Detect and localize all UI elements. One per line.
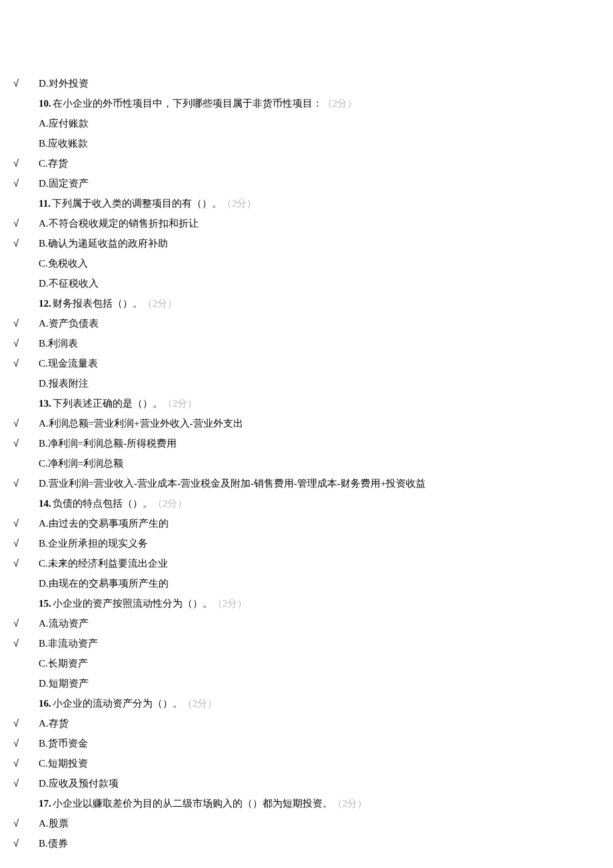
question-text: 小企业的流动资产分为（）。 (53, 698, 183, 709)
option-row: √B.确认为递延收益的政府补助 (13, 233, 600, 253)
line-content: D.由现在的交易事项所产生的 (32, 573, 600, 593)
option-text: 免税收入 (48, 258, 88, 269)
question-row: 10.在小企业的外币性项目中，下列哪些项目属于非货币性项目：（2分） (13, 93, 600, 113)
option-letter: C. (39, 558, 48, 569)
question-number: 13. (39, 398, 51, 409)
line-content: B.企业所承担的现实义务 (32, 533, 600, 553)
check-mark: √ (13, 413, 32, 433)
check-mark: √ (13, 833, 32, 853)
question-row: 11.下列属于收入类的调整项目的有（）。（2分） (13, 193, 600, 213)
check-mark: √ (13, 213, 32, 233)
line-content: D.对外投资 (32, 73, 600, 93)
question-text: 财务报表包括（）。 (53, 298, 143, 309)
option-text: 长期资产 (48, 658, 88, 669)
option-row: √A.不符合税收规定的销售折扣和折让 (13, 213, 600, 233)
option-row: √A.股票 (13, 813, 600, 833)
question-row: 14.负债的特点包括（）。（2分） (13, 493, 600, 513)
question-points: （2分） (213, 598, 248, 609)
check-mark: √ (13, 513, 32, 533)
question-row: 12.财务报表包括（）。（2分） (13, 293, 600, 313)
line-content: A.利润总额=营业利润+营业外收入-营业外支出 (32, 413, 600, 433)
line-content: C.净利润=利润总额 (32, 453, 600, 473)
option-text: 营业利润=营业收入-营业成本-营业税金及附加-销售费用-管理成本-财务费用+投资… (49, 478, 426, 489)
check-mark: √ (13, 733, 32, 753)
option-text: 短期资产 (49, 678, 89, 689)
line-content: C.免税收入 (32, 253, 600, 273)
check-mark: √ (13, 753, 32, 773)
option-text: 固定资产 (49, 178, 89, 189)
line-content: C.长期资产 (32, 653, 600, 673)
question-number: 11. (39, 198, 51, 209)
option-letter: B. (39, 338, 48, 349)
option-row: √D.营业利润=营业收入-营业成本-营业税金及附加-销售费用-管理成本-财务费用… (13, 473, 600, 493)
check-mark: √ (13, 153, 32, 173)
line-content: B.应收账款 (32, 133, 600, 153)
option-text: 股票 (49, 818, 69, 829)
option-text: 由过去的交易事项所产生的 (49, 518, 169, 529)
option-letter: A. (39, 618, 49, 629)
line-content: B.利润表 (32, 333, 600, 353)
question-number: 17. (39, 798, 51, 809)
option-row: √B.货币资金 (13, 733, 600, 753)
option-row: √C.存货 (13, 153, 600, 173)
check-mark: √ (13, 813, 32, 833)
line-content: D.不征税收入 (32, 273, 600, 293)
line-content: C.现金流量表 (32, 353, 600, 373)
option-letter: C. (39, 358, 48, 369)
check-mark: √ (13, 333, 32, 353)
question-points: （2分） (183, 698, 218, 709)
option-text: 应收及预付款项 (49, 778, 119, 789)
question-text: 小企业以赚取差价为目的从二级市场购入的（）都为短期投资。 (53, 798, 332, 809)
line-content: A.不符合税收规定的销售折扣和折让 (32, 213, 600, 233)
option-row: √A.流动资产 (13, 613, 600, 633)
line-content: 13.下列表述正确的是（）。（2分） (32, 393, 600, 413)
question-row: 17.小企业以赚取差价为目的从二级市场购入的（）都为短期投资。（2分） (13, 793, 600, 813)
line-content: C.存货 (32, 153, 600, 173)
check-mark: √ (13, 473, 32, 493)
line-content: C.未来的经济利益要流出企业 (32, 553, 600, 573)
line-content: D.营业利润=营业收入-营业成本-营业税金及附加-销售费用-管理成本-财务费用+… (32, 473, 600, 493)
option-text: 对外投资 (49, 78, 89, 89)
option-text: 企业所承担的现实义务 (48, 538, 148, 549)
option-letter: C. (39, 458, 48, 469)
option-letter: A. (39, 218, 49, 229)
question-text: 负债的特点包括（）。 (53, 498, 153, 509)
question-points: （2分） (322, 98, 358, 109)
option-letter: B. (39, 138, 48, 149)
option-letter: A. (39, 818, 49, 829)
line-content: 12.财务报表包括（）。（2分） (32, 293, 600, 313)
option-row: √D.对外投资 (13, 73, 600, 93)
line-content: 14.负债的特点包括（）。（2分） (32, 493, 600, 513)
option-letter: A. (39, 318, 49, 329)
check-mark: √ (13, 533, 32, 553)
line-content: D.报表附注 (32, 373, 600, 393)
check-mark: √ (13, 173, 32, 193)
option-text: 净利润=利润总额 (48, 458, 123, 469)
option-letter: C. (39, 258, 48, 269)
question-row: 16.小企业的流动资产分为（）。（2分） (13, 693, 600, 713)
option-row: √D.应收及预付款项 (13, 773, 600, 793)
option-row: B.应收账款 (13, 133, 600, 153)
option-letter: A. (39, 418, 49, 429)
option-letter: A. (39, 718, 49, 729)
option-row: √C.未来的经济利益要流出企业 (13, 553, 600, 573)
line-content: A.存货 (32, 713, 600, 733)
option-letter: B. (39, 838, 48, 849)
question-text: 下列表述正确的是（）。 (53, 398, 163, 409)
line-content: D.固定资产 (32, 173, 600, 193)
option-row: A.应付账款 (13, 113, 600, 133)
line-content: 16.小企业的流动资产分为（）。（2分） (32, 693, 600, 713)
option-text: 资产负债表 (49, 318, 99, 329)
option-text: 利润表 (48, 338, 78, 349)
option-row: D.短期资产 (13, 673, 600, 693)
line-content: A.资产负债表 (32, 313, 600, 333)
check-mark: √ (13, 633, 32, 653)
option-text: 存货 (49, 718, 69, 729)
option-text: 非流动资产 (48, 638, 98, 649)
line-content: 11.下列属于收入类的调整项目的有（）。（2分） (32, 193, 600, 213)
check-mark: √ (13, 613, 32, 633)
option-row: √A.资产负债表 (13, 313, 600, 333)
option-text: 应收账款 (48, 138, 88, 149)
option-letter: B. (39, 538, 48, 549)
option-text: 流动资产 (49, 618, 89, 629)
